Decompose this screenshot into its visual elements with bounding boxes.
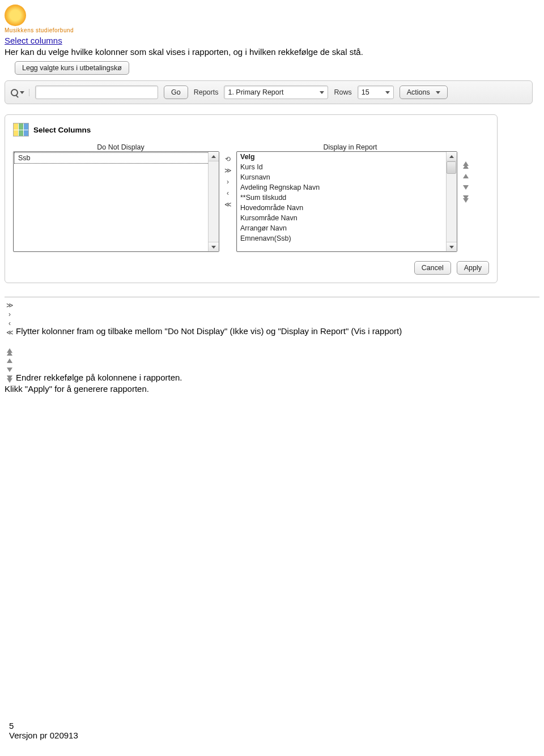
move-bottom-icon (5, 374, 15, 383)
columns-icon (13, 123, 29, 136)
list-item[interactable]: Hovedområde Navn (237, 203, 457, 213)
rows-select[interactable]: 15 (358, 86, 394, 99)
order-icons-illustration (5, 347, 15, 383)
move-down-icon (5, 365, 15, 374)
list-item[interactable]: **Sum tilskudd (237, 193, 457, 203)
cancel-button[interactable]: Cancel (414, 261, 451, 275)
do-not-display-list[interactable]: Ssb (13, 151, 219, 252)
page-number: 5 (9, 721, 78, 731)
separator (5, 297, 539, 297)
go-button[interactable]: Go (164, 86, 188, 99)
reports-select-value: 1. Primary Report (228, 88, 283, 96)
move-all-right-button[interactable]: ≫ (223, 166, 233, 175)
left-list-header: Do Not Display (13, 143, 228, 151)
select-columns-panel: Select Columns Do Not Display Display in… (5, 114, 498, 283)
report-toolbar: Go Reports 1. Primary Report Rows 15 Act… (5, 80, 533, 104)
list-item[interactable]: Kursområde Navn (237, 213, 457, 223)
scrollbar[interactable] (446, 152, 457, 251)
list-item[interactable]: Avdeling Regnskap Navn (237, 182, 457, 193)
actions-button[interactable]: Actions (400, 86, 448, 99)
scroll-down-button[interactable] (447, 242, 457, 251)
move-bottom-button[interactable] (461, 194, 471, 203)
version-text: Versjon pr 020913 (9, 731, 78, 740)
scrollbar-thumb[interactable] (447, 161, 456, 174)
move-top-button[interactable] (461, 160, 471, 169)
move-all-left-icon: ≪ (5, 328, 15, 337)
search-menu[interactable] (11, 89, 29, 96)
shuttle-move-buttons: ⟲ ≫ › ‹ ≪ (222, 151, 234, 209)
page-footer: 5 Versjon pr 020913 (9, 721, 78, 740)
shuttle-icons-illustration: ≫ › ‹ ≪ (5, 301, 15, 337)
reset-button[interactable]: ⟲ (223, 155, 233, 164)
section-title: Select columns (5, 36, 539, 45)
brand-logo: Musikkens studieforbund (5, 5, 539, 33)
order-buttons (460, 151, 472, 203)
display-in-report-list[interactable]: Velg Kurs Id Kursnavn Avdeling Regnskap … (236, 151, 457, 252)
move-up-icon (5, 356, 15, 365)
reports-select[interactable]: 1. Primary Report (224, 86, 328, 99)
scroll-up-button[interactable] (209, 152, 219, 161)
order-explain-text: Endrer rekkefølge på kolonnene i rapport… (16, 372, 182, 383)
move-left-button[interactable]: ‹ (223, 189, 233, 198)
move-explain-text: Flytter kolonner fram og tilbake mellom … (16, 326, 402, 337)
move-all-left-button[interactable]: ≪ (223, 200, 233, 209)
move-left-icon: ‹ (5, 319, 15, 328)
chevron-down-icon (320, 91, 324, 94)
reports-label: Reports (194, 88, 219, 96)
move-up-button[interactable] (461, 172, 471, 181)
list-item[interactable]: Velg (237, 152, 457, 162)
list-item[interactable]: Kurs Id (237, 162, 457, 172)
sun-icon (5, 5, 26, 26)
chevron-down-icon (385, 91, 390, 94)
section-intro: Her kan du velge hvilke kolonner som ska… (5, 46, 539, 58)
move-down-button[interactable] (461, 183, 471, 192)
apply-explain-text: Klikk "Apply" for å generere rapporten. (5, 383, 539, 395)
move-all-right-icon: ≫ (5, 301, 15, 310)
rows-select-value: 15 (362, 88, 369, 96)
apply-button[interactable]: Apply (457, 261, 489, 275)
right-list-header: Display in Report (240, 143, 461, 151)
scroll-down-button[interactable] (209, 242, 219, 251)
list-item[interactable]: Emnenavn(Ssb) (237, 233, 457, 244)
search-icon (11, 89, 18, 96)
actions-label: Actions (407, 88, 430, 96)
panel-title: Select Columns (33, 126, 91, 134)
move-right-button[interactable]: › (223, 177, 233, 186)
list-item[interactable]: Ssb (14, 152, 218, 164)
move-right-icon: › (5, 310, 15, 319)
chevron-down-icon (20, 91, 24, 94)
list-item[interactable]: Kursnavn (237, 172, 457, 182)
scrollbar[interactable] (208, 152, 219, 251)
scroll-up-button[interactable] (447, 152, 457, 161)
queue-button[interactable]: Legg valgte kurs i utbetalingskø (15, 61, 129, 75)
search-input[interactable] (35, 86, 158, 99)
chevron-down-icon (436, 91, 440, 94)
move-top-icon (5, 347, 15, 356)
list-item[interactable]: Arrangør Navn (237, 223, 457, 233)
brand-name: Musikkens studieforbund (5, 27, 74, 33)
rows-label: Rows (334, 88, 351, 96)
